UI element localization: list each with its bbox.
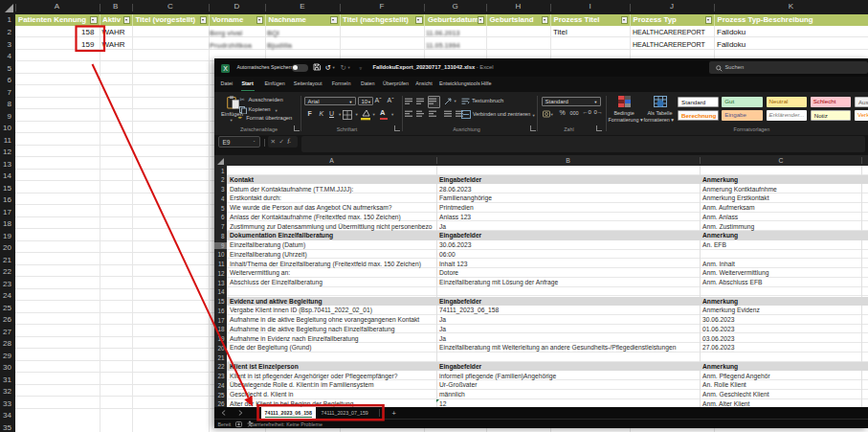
svg-text:X: X [223,65,228,72]
